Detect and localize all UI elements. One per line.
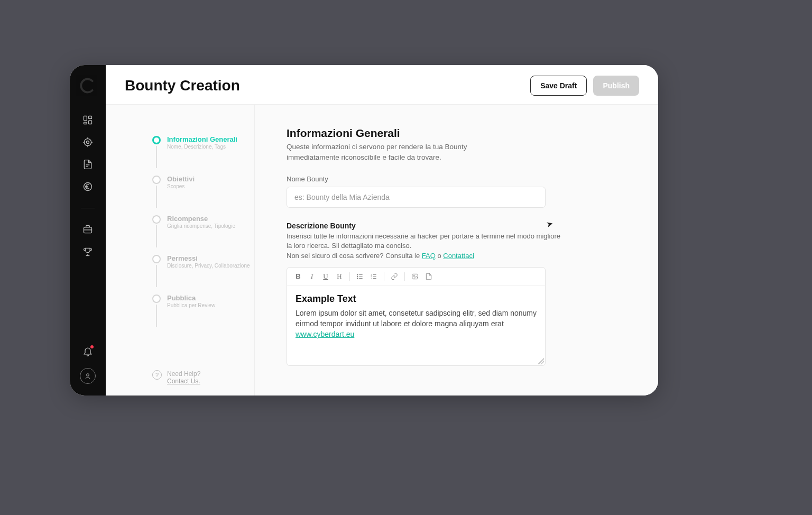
step-sub: Nome, Descrizione, Tags xyxy=(167,144,237,150)
faq-link[interactable]: FAQ xyxy=(422,252,436,260)
toolbar-separator xyxy=(404,272,405,281)
svg-rect-3 xyxy=(84,122,87,124)
svg-point-12 xyxy=(84,183,92,191)
svg-rect-30 xyxy=(412,274,418,279)
nav-divider xyxy=(81,208,95,208)
step-ricompense[interactable]: Ricompense Griglia ricompense, Tipologie xyxy=(152,215,254,229)
editor-heading: Example Text xyxy=(296,293,537,305)
page-title: Bounty Creation xyxy=(125,77,240,94)
step-permessi[interactable]: Permessi Disclosure, Privacy, Collaboraz… xyxy=(152,254,254,269)
body: Informazioni Generali Nome, Descrizione,… xyxy=(106,105,658,396)
svg-rect-1 xyxy=(89,116,92,119)
help-row: ? Need Help? Contact Us. xyxy=(152,370,254,396)
heading-button[interactable]: H xyxy=(334,271,345,282)
svg-point-23 xyxy=(357,278,358,279)
help-icon: ? xyxy=(152,370,162,380)
section-subtitle: Queste informazioni ci servono per rende… xyxy=(287,142,514,162)
name-label: Nome Bounty xyxy=(287,175,626,183)
image-button[interactable] xyxy=(409,271,421,282)
publish-button: Publish xyxy=(593,76,639,96)
toolbar-separator xyxy=(384,272,384,281)
contact-link[interactable]: Contattaci xyxy=(443,252,474,260)
help-need-text: Need Help? xyxy=(167,370,200,378)
bounty-name-input[interactable] xyxy=(287,187,546,208)
dashboard-icon[interactable] xyxy=(82,115,93,125)
app-window: Bounty Creation Save Draft Publish Infor… xyxy=(70,65,658,396)
toolbar-separator xyxy=(349,272,350,281)
step-dot xyxy=(152,295,161,303)
svg-point-21 xyxy=(357,274,358,275)
step-dot xyxy=(152,176,161,184)
editor-text: Lorem ipsum dolor sit amet, consetetur s… xyxy=(296,309,537,328)
step-dot xyxy=(152,215,161,224)
save-draft-button[interactable]: Save Draft xyxy=(530,76,587,96)
editor-paragraph: Lorem ipsum dolor sit amet, consetetur s… xyxy=(296,308,537,340)
bold-button[interactable]: B xyxy=(292,271,304,282)
description-help: Inserisci tutte le informazioni necessar… xyxy=(287,232,567,261)
step-title: Pubblica xyxy=(167,294,215,302)
user-icon xyxy=(84,372,92,380)
step-sub: Scopes xyxy=(167,183,195,189)
notifications-button[interactable] xyxy=(82,346,93,358)
editor-link[interactable]: www.cyberdart.eu xyxy=(296,330,354,338)
target-icon[interactable] xyxy=(82,137,93,148)
link-button[interactable] xyxy=(389,271,400,282)
step-sub: Disclosure, Privacy, Collaborazione xyxy=(167,263,250,269)
step-title: Permessi xyxy=(167,254,250,262)
step-informazioni-generali[interactable]: Informazioni Generali Nome, Descrizione,… xyxy=(152,135,254,150)
svg-point-17 xyxy=(87,374,89,376)
svg-text:3: 3 xyxy=(371,277,372,279)
form-column: Informazioni Generali Queste informazion… xyxy=(255,105,658,396)
notification-dot xyxy=(90,345,94,348)
resize-handle[interactable] xyxy=(538,358,544,364)
section-title: Informazioni Generali xyxy=(287,127,626,140)
step-sub: Griglia ricompense, Tipologie xyxy=(167,223,235,229)
step-pubblica[interactable]: Pubblica Pubblica per Review xyxy=(152,294,254,308)
rich-text-editor: B I U H 123 xyxy=(287,267,546,366)
trophy-icon[interactable] xyxy=(82,246,93,257)
euro-icon[interactable] xyxy=(82,181,93,192)
svg-rect-2 xyxy=(89,121,92,124)
svg-point-31 xyxy=(413,275,414,276)
step-dot xyxy=(152,136,161,144)
contact-us-link[interactable]: Contact Us. xyxy=(167,378,200,385)
file-button[interactable] xyxy=(423,271,435,282)
editor-body[interactable]: Example Text Lorem ipsum dolor sit amet,… xyxy=(287,286,545,365)
account-button[interactable] xyxy=(80,368,96,384)
numbered-list-button[interactable]: 123 xyxy=(368,271,380,282)
desc-help-line2a: Non sei sicuro di cosa scrivere? Consult… xyxy=(287,252,422,260)
desc-help-line1: Inserisci tutte le informazioni necessar… xyxy=(287,232,560,250)
step-title: Informazioni Generali xyxy=(167,135,237,143)
underline-button[interactable]: U xyxy=(320,271,331,282)
svg-point-4 xyxy=(84,139,91,145)
editor-toolbar: B I U H 123 xyxy=(287,268,545,286)
header: Bounty Creation Save Draft Publish xyxy=(106,65,658,105)
svg-rect-0 xyxy=(84,116,87,121)
svg-point-22 xyxy=(357,276,358,277)
step-sub: Pubblica per Review xyxy=(167,302,215,308)
step-obiettivi[interactable]: Obiettivi Scopes xyxy=(152,175,254,189)
desc-help-line2b: o xyxy=(436,252,443,260)
main: Bounty Creation Save Draft Publish Infor… xyxy=(106,65,658,396)
step-title: Obiettivi xyxy=(167,175,195,183)
italic-button[interactable]: I xyxy=(306,271,318,282)
description-label: Descrizione Bounty xyxy=(287,222,626,230)
step-title: Ricompense xyxy=(167,215,235,223)
bulleted-list-button[interactable] xyxy=(354,271,366,282)
document-icon[interactable] xyxy=(82,159,93,170)
svg-point-5 xyxy=(87,141,89,144)
briefcase-icon[interactable] xyxy=(82,224,93,235)
step-dot xyxy=(152,255,161,263)
sidebar xyxy=(70,65,106,396)
logo-icon xyxy=(80,78,96,94)
steps-column: Informazioni Generali Nome, Descrizione,… xyxy=(106,105,255,396)
